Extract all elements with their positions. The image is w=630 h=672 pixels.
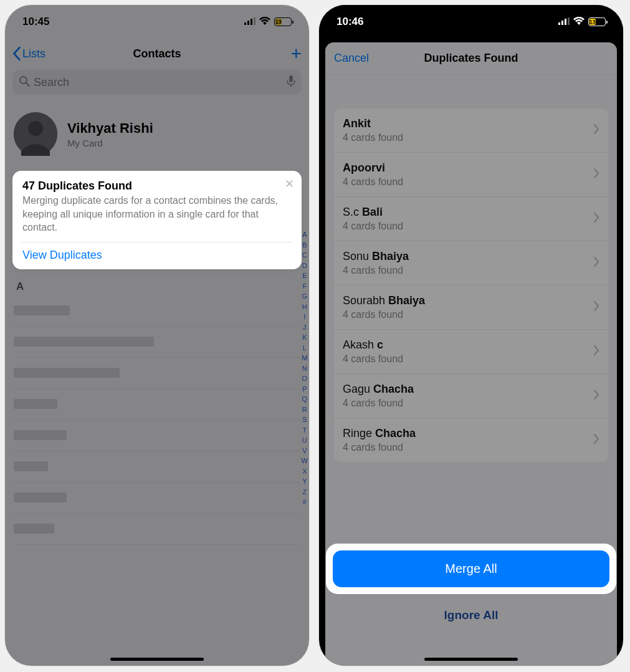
duplicate-sub: 4 cards found [343, 353, 587, 365]
index-letter[interactable]: B [302, 240, 308, 251]
index-letter[interactable]: E [302, 271, 308, 281]
wifi-icon [259, 16, 270, 28]
avatar [14, 112, 57, 156]
page-title: Contacts [5, 47, 309, 60]
svg-rect-3 [254, 17, 255, 25]
index-letter[interactable]: Z [302, 487, 308, 497]
view-duplicates-link[interactable]: View Duplicates [22, 249, 292, 262]
index-letter[interactable]: A [302, 229, 308, 240]
duplicate-row[interactable]: S.c Bali4 cards found [334, 197, 608, 241]
status-time: 10:46 [336, 16, 363, 28]
index-letter[interactable]: U [302, 435, 308, 446]
chevron-right-icon [593, 345, 599, 358]
duplicate-sub: 4 cards found [343, 132, 587, 143]
index-letter[interactable]: Y [302, 476, 308, 487]
index-letter[interactable]: T [302, 425, 308, 436]
duplicate-row[interactable]: Sonu Bhaiya4 cards found [334, 241, 608, 286]
duplicate-row[interactable]: Sourabh Bhaiya4 cards found [334, 286, 608, 330]
status-bar: 10:46 13 [319, 5, 623, 39]
duplicate-sub: 4 cards found [343, 176, 587, 188]
index-letter[interactable]: M [302, 353, 308, 363]
add-button[interactable]: + [290, 43, 302, 64]
index-letter[interactable]: G [302, 291, 308, 302]
dup-card-title: 47 Duplicates Found [22, 180, 292, 193]
index-letter[interactable]: Q [302, 394, 308, 405]
duplicate-row[interactable]: Ankit4 cards found [334, 108, 608, 153]
battery-icon: 13 [588, 17, 606, 26]
my-card-sub: My Card [67, 138, 153, 148]
dup-card-body: Merging duplicate cards for a contact co… [22, 194, 292, 234]
my-card[interactable]: Vikhyat Rishi My Card [5, 100, 309, 171]
status-time: 10:45 [22, 16, 49, 28]
battery-level: 13 [275, 19, 282, 25]
chevron-right-icon [593, 213, 599, 225]
duplicate-row[interactable]: Akash c4 cards found [334, 330, 608, 374]
search-input[interactable] [34, 76, 283, 89]
svg-rect-13 [568, 17, 570, 25]
duplicate-name: S.c Bali [343, 206, 587, 219]
merge-all-button[interactable]: Merge All [333, 550, 609, 587]
index-letter[interactable]: I [302, 312, 308, 322]
index-letter[interactable]: D [302, 261, 308, 271]
svg-line-5 [26, 83, 29, 86]
list-item[interactable] [14, 389, 300, 420]
home-indicator [424, 658, 518, 661]
index-letter[interactable]: P [302, 384, 308, 395]
duplicate-name: Akash c [343, 338, 587, 352]
chevron-right-icon [593, 124, 599, 137]
left-phone: 10:45 13 Lists Contacts + [5, 5, 309, 666]
index-letter[interactable]: W [302, 456, 308, 466]
index-letter[interactable]: N [302, 363, 308, 374]
duplicate-name: Sourabh Bhaiya [343, 294, 587, 307]
duplicate-row[interactable]: Ringe Chacha4 cards found [334, 418, 608, 462]
list-item[interactable] [14, 295, 300, 327]
index-letter[interactable]: O [302, 373, 308, 384]
svg-rect-1 [247, 21, 249, 25]
sheet-title: Duplicates Found [325, 52, 617, 65]
index-letter[interactable]: K [302, 332, 308, 343]
close-icon[interactable]: ✕ [285, 177, 294, 191]
duplicate-name: Ringe Chacha [343, 427, 587, 440]
cellular-icon [244, 16, 255, 28]
index-letter[interactable]: S [302, 415, 308, 425]
mic-icon[interactable] [287, 75, 295, 90]
duplicate-row[interactable]: Apoorvi4 cards found [334, 153, 608, 197]
duplicates-list: Ankit4 cards foundApoorvi4 cards foundS.… [334, 108, 608, 462]
index-letter[interactable]: # [302, 497, 308, 507]
index-letter[interactable]: V [302, 446, 308, 456]
chevron-right-icon [593, 390, 599, 402]
chevron-right-icon [593, 301, 599, 314]
list-item[interactable] [14, 482, 300, 514]
back-button[interactable]: Lists [12, 47, 45, 60]
duplicate-row[interactable]: Gagu Chacha4 cards found [334, 374, 608, 418]
svg-rect-2 [251, 19, 252, 25]
index-letter[interactable]: X [302, 466, 308, 477]
list-item[interactable] [14, 420, 300, 451]
svg-rect-11 [561, 21, 563, 25]
index-letter[interactable]: R [302, 405, 308, 415]
index-letter[interactable]: L [302, 343, 308, 353]
list-item[interactable] [14, 514, 300, 545]
right-phone: 10:46 13 Cancel Duplicates Found Ankit4 … [319, 5, 623, 666]
list-item[interactable] [14, 451, 300, 482]
my-card-name: Vikhyat Rishi [67, 120, 153, 137]
battery-level: 13 [589, 19, 596, 25]
back-label: Lists [22, 47, 45, 60]
chevron-right-icon [593, 434, 599, 446]
cancel-button[interactable]: Cancel [334, 52, 369, 65]
duplicate-name: Gagu Chacha [343, 383, 587, 396]
svg-rect-0 [244, 22, 246, 25]
index-letter[interactable]: F [302, 281, 308, 292]
search-bar[interactable] [12, 70, 302, 95]
chevron-right-icon [593, 257, 599, 269]
home-indicator [110, 658, 204, 661]
sheet-header: Cancel Duplicates Found [325, 42, 617, 75]
index-strip[interactable]: ABCDEFGHIJKLMNOPQRSTUVWXYZ# [302, 229, 308, 507]
list-item[interactable] [14, 358, 300, 389]
duplicate-sub: 4 cards found [343, 265, 587, 276]
index-letter[interactable]: C [302, 250, 308, 261]
ignore-all-button[interactable]: Ignore All [325, 608, 617, 622]
list-item[interactable] [14, 327, 300, 358]
index-letter[interactable]: J [302, 322, 308, 333]
index-letter[interactable]: H [302, 302, 308, 312]
